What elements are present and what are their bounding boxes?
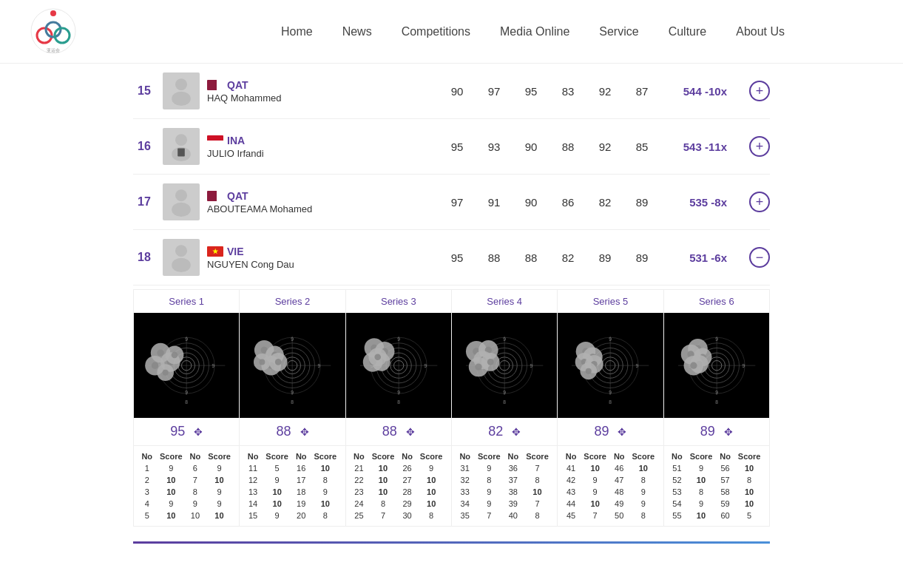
athlete-photo bbox=[163, 239, 200, 276]
country-flag bbox=[207, 246, 223, 257]
nav-culture[interactable]: Culture bbox=[669, 21, 707, 42]
col-no2: No bbox=[610, 450, 628, 462]
shot-score1: 10 bbox=[368, 474, 399, 486]
shot-no1: 32 bbox=[456, 474, 474, 486]
expand-target-icon[interactable]: ✥ bbox=[406, 426, 415, 438]
series-label: Series 5 bbox=[587, 290, 635, 313]
athlete-photo bbox=[163, 183, 200, 220]
score-table: No Score No Score 11 5 16 10 12 9 17 8 1… bbox=[244, 450, 340, 521]
athlete-row: 15 QAT HAQ Mohammed 90 97 95 83 92 87 54… bbox=[133, 64, 770, 119]
expand-button[interactable]: + bbox=[749, 136, 770, 157]
svg-text:8: 8 bbox=[291, 399, 294, 405]
shot-no2: 48 bbox=[610, 486, 628, 498]
score-table-card: No Score No Score 31 9 36 7 32 8 37 8 33… bbox=[452, 446, 558, 526]
score-s4: 88 bbox=[557, 141, 579, 153]
shot-no1: 11 bbox=[244, 462, 262, 474]
score-row: 3 10 8 9 bbox=[138, 486, 234, 498]
svg-text:9: 9 bbox=[742, 363, 745, 368]
svg-point-14 bbox=[172, 258, 191, 272]
shot-score1: 10 bbox=[156, 510, 187, 521]
score-s6: 87 bbox=[631, 85, 653, 98]
athlete-info: QAT HAQ Mohammed bbox=[207, 79, 325, 104]
col-no2: No bbox=[292, 450, 310, 462]
nav-news[interactable]: News bbox=[342, 21, 372, 42]
shot-score2: 10 bbox=[310, 498, 341, 510]
shot-no2: 27 bbox=[399, 474, 416, 486]
score-row: 55 10 60 5 bbox=[669, 510, 765, 521]
col-no1: No bbox=[456, 450, 474, 462]
shot-score1: 9 bbox=[156, 462, 187, 474]
nav-about-us[interactable]: About Us bbox=[736, 21, 785, 42]
series-score-row: 82 ✥ bbox=[482, 418, 527, 445]
shot-no2: 57 bbox=[717, 474, 734, 486]
shot-no2: 30 bbox=[399, 510, 416, 521]
col-score1: Score bbox=[368, 450, 399, 462]
scores-row: 95 93 90 88 92 85 543 -11x bbox=[333, 141, 742, 153]
score-s5: 92 bbox=[594, 141, 616, 153]
svg-text:9: 9 bbox=[212, 363, 214, 368]
shot-no2: 29 bbox=[399, 498, 416, 510]
athlete-name: HAQ Mohammed bbox=[207, 92, 325, 104]
score-tables-section: No Score No Score 1 9 6 9 2 10 7 10 3 10… bbox=[133, 446, 770, 527]
shot-score1: 7 bbox=[474, 510, 505, 521]
target-area: 99998 bbox=[558, 313, 663, 418]
expand-target-icon[interactable]: ✥ bbox=[724, 426, 733, 438]
shot-no1: 4 bbox=[138, 498, 156, 510]
shot-score2: 8 bbox=[522, 474, 553, 486]
svg-point-6 bbox=[175, 78, 187, 90]
shot-no2: 58 bbox=[717, 486, 734, 498]
shot-no1: 23 bbox=[351, 486, 368, 498]
shot-score2: 8 bbox=[734, 474, 765, 486]
svg-point-7 bbox=[172, 92, 191, 106]
col-no2: No bbox=[717, 450, 734, 462]
rank: 15 bbox=[133, 84, 155, 98]
shot-no1: 43 bbox=[562, 486, 580, 498]
shot-score1: 10 bbox=[156, 474, 187, 486]
expand-button[interactable]: − bbox=[749, 247, 770, 268]
nav-home[interactable]: Home bbox=[281, 21, 313, 42]
nav-media-online[interactable]: Media Online bbox=[500, 21, 569, 42]
shot-no1: 51 bbox=[669, 462, 686, 474]
target-area: 99998 bbox=[134, 313, 239, 418]
col-score1: Score bbox=[686, 450, 717, 462]
svg-point-34 bbox=[152, 362, 158, 369]
athlete-list: 15 QAT HAQ Mohammed 90 97 95 83 92 87 54… bbox=[133, 64, 770, 285]
expand-target-icon[interactable]: ✥ bbox=[618, 426, 626, 438]
shot-no1: 44 bbox=[562, 498, 580, 510]
total-score: 535 -8x bbox=[668, 196, 727, 209]
main-nav: Home News Competitions Media Online Serv… bbox=[192, 21, 873, 42]
nav-competitions[interactable]: Competitions bbox=[402, 21, 470, 42]
shot-score2: 10 bbox=[204, 510, 235, 521]
score-row: 12 9 17 8 bbox=[244, 474, 340, 486]
shot-score1: 9 bbox=[580, 474, 611, 486]
expand-target-icon[interactable]: ✥ bbox=[300, 426, 309, 438]
score-table: No Score No Score 21 10 26 9 22 10 27 10… bbox=[351, 450, 447, 521]
shot-score1: 10 bbox=[580, 462, 611, 474]
shot-score1: 5 bbox=[262, 462, 293, 474]
shot-score2: 8 bbox=[628, 510, 659, 521]
col-score1: Score bbox=[474, 450, 505, 462]
shot-score2: 5 bbox=[734, 510, 765, 521]
shot-score1: 8 bbox=[368, 498, 399, 510]
header: 亚运会 Home News Competitions Media Online … bbox=[0, 0, 903, 64]
shot-score2: 8 bbox=[310, 474, 341, 486]
series-score-row: 88 ✥ bbox=[376, 418, 421, 445]
expand-button[interactable]: + bbox=[749, 192, 770, 212]
svg-text:9: 9 bbox=[503, 337, 506, 342]
shot-no2: 37 bbox=[504, 474, 522, 486]
series-card: Series 5 99998 89 ✥ bbox=[558, 290, 663, 445]
shot-no2: 26 bbox=[399, 462, 416, 474]
series-card: Series 6 99998 89 ✥ bbox=[664, 290, 769, 445]
rank: 17 bbox=[133, 195, 155, 209]
expand-target-icon[interactable]: ✥ bbox=[194, 426, 203, 438]
expand-button[interactable]: + bbox=[749, 81, 770, 101]
score-table: No Score No Score 41 10 46 10 42 9 47 8 … bbox=[562, 450, 658, 521]
svg-text:9: 9 bbox=[397, 390, 400, 395]
series-label: Series 4 bbox=[481, 290, 528, 313]
scores-row: 90 97 95 83 92 87 544 -10x bbox=[333, 85, 742, 98]
shot-score2: 9 bbox=[204, 486, 235, 498]
expand-target-icon[interactable]: ✥ bbox=[512, 426, 521, 438]
athlete-info: VIE NGUYEN Cong Dau bbox=[207, 246, 325, 270]
col-score1: Score bbox=[580, 450, 611, 462]
nav-service[interactable]: Service bbox=[599, 21, 638, 42]
